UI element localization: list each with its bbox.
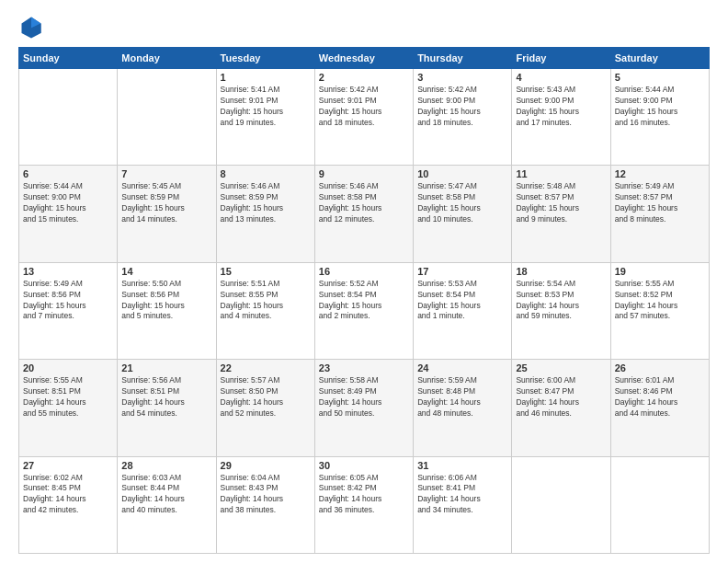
- calendar-week-5: 27Sunrise: 6:02 AM Sunset: 8:45 PM Dayli…: [19, 456, 710, 553]
- calendar-cell: 10Sunrise: 5:47 AM Sunset: 8:58 PM Dayli…: [414, 166, 512, 262]
- day-info: Sunrise: 5:44 AM Sunset: 9:00 PM Dayligh…: [615, 85, 705, 129]
- day-info: Sunrise: 5:52 AM Sunset: 8:54 PM Dayligh…: [319, 279, 409, 323]
- calendar-cell: 18Sunrise: 5:54 AM Sunset: 8:53 PM Dayli…: [512, 262, 610, 359]
- day-info: Sunrise: 5:49 AM Sunset: 8:57 PM Dayligh…: [615, 181, 705, 225]
- calendar-cell: 6Sunrise: 5:44 AM Sunset: 9:00 PM Daylig…: [19, 166, 118, 262]
- calendar-cell: 14Sunrise: 5:50 AM Sunset: 8:56 PM Dayli…: [118, 262, 216, 359]
- day-number: 19: [615, 266, 705, 277]
- day-number: 24: [417, 362, 507, 373]
- day-number: 13: [23, 266, 113, 277]
- day-number: 14: [121, 266, 211, 277]
- day-info: Sunrise: 6:03 AM Sunset: 8:44 PM Dayligh…: [121, 473, 211, 517]
- calendar-cell: [19, 69, 118, 166]
- day-info: Sunrise: 5:56 AM Sunset: 8:51 PM Dayligh…: [121, 375, 211, 419]
- day-info: Sunrise: 5:55 AM Sunset: 8:52 PM Dayligh…: [615, 279, 705, 323]
- calendar-cell: 30Sunrise: 6:05 AM Sunset: 8:42 PM Dayli…: [314, 456, 413, 553]
- calendar-cell: [610, 456, 709, 553]
- weekday-header-friday: Friday: [512, 48, 610, 69]
- day-info: Sunrise: 5:47 AM Sunset: 8:58 PM Dayligh…: [417, 181, 507, 225]
- calendar-cell: 27Sunrise: 6:02 AM Sunset: 8:45 PM Dayli…: [19, 456, 118, 553]
- day-number: 25: [516, 362, 606, 373]
- day-number: 29: [221, 460, 311, 471]
- calendar-cell: [118, 69, 216, 166]
- day-info: Sunrise: 5:44 AM Sunset: 9:00 PM Dayligh…: [23, 181, 113, 225]
- calendar-cell: 5Sunrise: 5:44 AM Sunset: 9:00 PM Daylig…: [610, 69, 709, 166]
- day-number: 20: [23, 362, 113, 373]
- day-number: 27: [23, 460, 113, 471]
- weekday-header-sunday: Sunday: [19, 48, 118, 69]
- header: [18, 14, 710, 40]
- day-number: 26: [615, 362, 705, 373]
- logo: [18, 14, 48, 40]
- calendar-cell: 20Sunrise: 5:55 AM Sunset: 8:51 PM Dayli…: [19, 360, 118, 456]
- weekday-header-saturday: Saturday: [610, 48, 709, 69]
- day-info: Sunrise: 5:53 AM Sunset: 8:54 PM Dayligh…: [417, 279, 507, 323]
- day-info: Sunrise: 5:46 AM Sunset: 8:58 PM Dayligh…: [319, 181, 409, 225]
- day-number: 8: [221, 168, 311, 179]
- weekday-header-row: SundayMondayTuesdayWednesdayThursdayFrid…: [19, 48, 710, 69]
- calendar-cell: 28Sunrise: 6:03 AM Sunset: 8:44 PM Dayli…: [118, 456, 216, 553]
- day-number: 16: [319, 266, 409, 277]
- logo-icon: [18, 14, 44, 40]
- day-info: Sunrise: 6:00 AM Sunset: 8:47 PM Dayligh…: [516, 375, 606, 419]
- day-number: 3: [417, 72, 507, 83]
- day-info: Sunrise: 5:54 AM Sunset: 8:53 PM Dayligh…: [516, 279, 606, 323]
- day-number: 22: [221, 362, 311, 373]
- weekday-header-thursday: Thursday: [414, 48, 512, 69]
- day-number: 4: [516, 72, 606, 83]
- calendar-cell: 12Sunrise: 5:49 AM Sunset: 8:57 PM Dayli…: [610, 166, 709, 262]
- calendar-cell: 4Sunrise: 5:43 AM Sunset: 9:00 PM Daylig…: [512, 69, 610, 166]
- day-info: Sunrise: 5:49 AM Sunset: 8:56 PM Dayligh…: [23, 279, 113, 323]
- day-info: Sunrise: 5:41 AM Sunset: 9:01 PM Dayligh…: [221, 85, 311, 129]
- day-info: Sunrise: 5:59 AM Sunset: 8:48 PM Dayligh…: [417, 375, 507, 419]
- day-number: 6: [23, 168, 113, 179]
- day-info: Sunrise: 6:04 AM Sunset: 8:43 PM Dayligh…: [221, 473, 311, 517]
- day-number: 12: [615, 168, 705, 179]
- day-number: 23: [319, 362, 409, 373]
- day-info: Sunrise: 5:55 AM Sunset: 8:51 PM Dayligh…: [23, 375, 113, 419]
- day-number: 31: [417, 460, 507, 471]
- day-number: 1: [221, 72, 311, 83]
- calendar-cell: 21Sunrise: 5:56 AM Sunset: 8:51 PM Dayli…: [118, 360, 216, 456]
- calendar-cell: 9Sunrise: 5:46 AM Sunset: 8:58 PM Daylig…: [314, 166, 413, 262]
- calendar-week-1: 1Sunrise: 5:41 AM Sunset: 9:01 PM Daylig…: [19, 69, 710, 166]
- calendar-cell: 25Sunrise: 6:00 AM Sunset: 8:47 PM Dayli…: [512, 360, 610, 456]
- calendar-cell: [512, 456, 610, 553]
- calendar-cell: 15Sunrise: 5:51 AM Sunset: 8:55 PM Dayli…: [216, 262, 314, 359]
- day-info: Sunrise: 5:51 AM Sunset: 8:55 PM Dayligh…: [221, 279, 311, 323]
- day-number: 15: [221, 266, 311, 277]
- day-number: 17: [417, 266, 507, 277]
- day-info: Sunrise: 6:06 AM Sunset: 8:41 PM Dayligh…: [417, 473, 507, 517]
- calendar-cell: 11Sunrise: 5:48 AM Sunset: 8:57 PM Dayli…: [512, 166, 610, 262]
- day-info: Sunrise: 6:02 AM Sunset: 8:45 PM Dayligh…: [23, 473, 113, 517]
- calendar-cell: 22Sunrise: 5:57 AM Sunset: 8:50 PM Dayli…: [216, 360, 314, 456]
- day-info: Sunrise: 5:50 AM Sunset: 8:56 PM Dayligh…: [121, 279, 211, 323]
- day-info: Sunrise: 5:45 AM Sunset: 8:59 PM Dayligh…: [121, 181, 211, 225]
- calendar-cell: 7Sunrise: 5:45 AM Sunset: 8:59 PM Daylig…: [118, 166, 216, 262]
- calendar-week-4: 20Sunrise: 5:55 AM Sunset: 8:51 PM Dayli…: [19, 360, 710, 456]
- day-number: 21: [121, 362, 211, 373]
- day-number: 28: [121, 460, 211, 471]
- day-info: Sunrise: 5:58 AM Sunset: 8:49 PM Dayligh…: [319, 375, 409, 419]
- day-info: Sunrise: 5:57 AM Sunset: 8:50 PM Dayligh…: [221, 375, 311, 419]
- weekday-header-tuesday: Tuesday: [216, 48, 314, 69]
- calendar-cell: 31Sunrise: 6:06 AM Sunset: 8:41 PM Dayli…: [414, 456, 512, 553]
- day-number: 18: [516, 266, 606, 277]
- day-number: 5: [615, 72, 705, 83]
- calendar-cell: 3Sunrise: 5:42 AM Sunset: 9:00 PM Daylig…: [414, 69, 512, 166]
- page: SundayMondayTuesdayWednesdayThursdayFrid…: [0, 0, 728, 563]
- day-number: 7: [121, 168, 211, 179]
- calendar-week-3: 13Sunrise: 5:49 AM Sunset: 8:56 PM Dayli…: [19, 262, 710, 359]
- calendar-cell: 23Sunrise: 5:58 AM Sunset: 8:49 PM Dayli…: [314, 360, 413, 456]
- calendar-week-2: 6Sunrise: 5:44 AM Sunset: 9:00 PM Daylig…: [19, 166, 710, 262]
- day-info: Sunrise: 5:48 AM Sunset: 8:57 PM Dayligh…: [516, 181, 606, 225]
- calendar-cell: 16Sunrise: 5:52 AM Sunset: 8:54 PM Dayli…: [314, 262, 413, 359]
- weekday-header-monday: Monday: [118, 48, 216, 69]
- calendar-cell: 24Sunrise: 5:59 AM Sunset: 8:48 PM Dayli…: [414, 360, 512, 456]
- day-info: Sunrise: 6:01 AM Sunset: 8:46 PM Dayligh…: [615, 375, 705, 419]
- calendar-cell: 29Sunrise: 6:04 AM Sunset: 8:43 PM Dayli…: [216, 456, 314, 553]
- day-number: 11: [516, 168, 606, 179]
- day-number: 9: [319, 168, 409, 179]
- day-info: Sunrise: 5:46 AM Sunset: 8:59 PM Dayligh…: [221, 181, 311, 225]
- calendar-table: SundayMondayTuesdayWednesdayThursdayFrid…: [18, 47, 710, 554]
